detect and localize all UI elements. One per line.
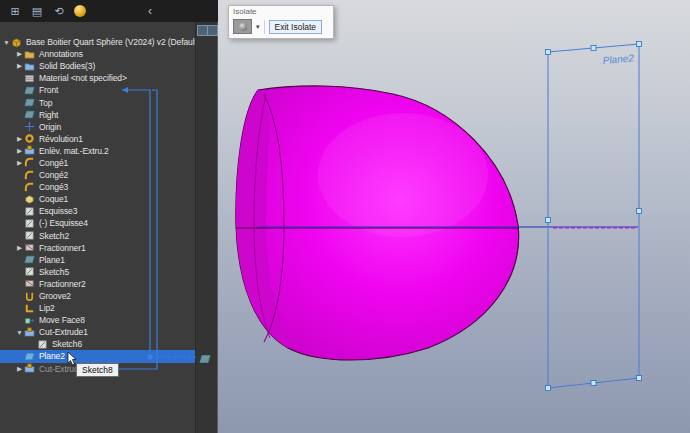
- tree-item-label: Congé2: [39, 170, 68, 180]
- tree-item-label: (-) Esquisse4: [39, 218, 88, 228]
- feature-manager-panel: ⊞ ▤ ⟲ ‹ ▼Base Boitier Quart Sphère (V202…: [0, 0, 218, 433]
- tree-item[interactable]: Congé3: [0, 181, 197, 193]
- tree-item[interactable]: ▼Cut-Extrude1: [0, 326, 197, 338]
- top-toolbar: ⊞ ▤ ⟲ ‹: [0, 0, 218, 22]
- cut-icon: [24, 145, 36, 156]
- tree-item[interactable]: Plane1: [0, 254, 197, 266]
- tree-item[interactable]: Front: [0, 84, 197, 96]
- plane-handles: [546, 42, 642, 391]
- tree-item-label: Sketch2: [39, 231, 69, 241]
- tree-item-label: Move Face8: [39, 315, 85, 325]
- tree-item[interactable]: ▶Fractionner1: [0, 242, 197, 254]
- tree-item[interactable]: ▶Annotations: [0, 48, 197, 60]
- tree-item-label: Cut-Extrude1: [39, 327, 88, 337]
- tree-item[interactable]: Esquisse3: [0, 205, 197, 217]
- dropdown-caret-icon[interactable]: ▾: [256, 23, 260, 31]
- cut-icon: [24, 363, 36, 374]
- tree-item[interactable]: (-) Esquisse4: [0, 217, 197, 229]
- plane-icon: [24, 351, 36, 362]
- tree-item[interactable]: Coque1: [0, 193, 197, 205]
- expand-arrow-icon[interactable]: ▶: [15, 244, 24, 252]
- exit-isolate-button[interactable]: Exit Isolate: [269, 20, 323, 34]
- tree-item-label: Plane1: [39, 255, 65, 265]
- model-scene: Plane2: [218, 0, 690, 433]
- tree-item-label: Sketch5: [39, 267, 69, 277]
- sketch-icon: [24, 230, 36, 241]
- tree-item[interactable]: ▶Révolution1: [0, 133, 197, 145]
- fillet-icon: [24, 157, 36, 168]
- tree-item-label: Fractionner1: [39, 243, 86, 253]
- tree-item-label: Congé1: [39, 158, 68, 168]
- groove-icon: [24, 291, 36, 302]
- tree-item[interactable]: Sketch6: [0, 338, 197, 350]
- tree-item-label: Fractionner2: [39, 279, 86, 289]
- grid-icon[interactable]: ⊞: [8, 4, 22, 18]
- tree-item-label: Base Boitier Quart Sphère (V2024) v2 (De…: [26, 37, 197, 47]
- tree-item-label: Material <not specified>: [39, 73, 127, 83]
- tree-item-label: Esquisse3: [39, 206, 77, 216]
- tree-item[interactable]: ▶Congé1: [0, 157, 197, 169]
- tree-item[interactable]: ▶Enlèv. mat.-Extru.2: [0, 145, 197, 157]
- tree-item-label: Right: [39, 110, 58, 120]
- expand-arrow-icon[interactable]: ▶: [15, 62, 24, 70]
- plane-icon: [24, 97, 36, 108]
- tree-item[interactable]: ▼Base Boitier Quart Sphère (V2024) v2 (D…: [0, 36, 197, 48]
- bodies-icon: [24, 61, 36, 72]
- material-icon: [24, 73, 36, 84]
- sketch-icon: [24, 218, 36, 229]
- gold-sphere-icon[interactable]: [74, 5, 86, 17]
- tree-item[interactable]: ▶Solid Bodies(3): [0, 60, 197, 72]
- tree-item[interactable]: Sketch5: [0, 266, 197, 278]
- tree-item[interactable]: Plane2: [0, 350, 197, 362]
- plane-icon: [24, 85, 36, 96]
- split-icon: [24, 242, 36, 253]
- tree-item[interactable]: Right: [0, 109, 197, 121]
- cut-icon: [24, 327, 36, 338]
- plane-icon: [24, 254, 36, 265]
- isolated-body-thumbnail[interactable]: [233, 19, 252, 34]
- tree-item[interactable]: Top: [0, 96, 197, 108]
- isolate-popup: Isolate ▾ Exit Isolate: [228, 5, 334, 39]
- tree-item[interactable]: Origin: [0, 121, 197, 133]
- tree-item-label: Origin: [39, 122, 61, 132]
- split-icon: [24, 278, 36, 289]
- tree-item-label: Top: [39, 98, 52, 108]
- revolve-icon: [24, 133, 36, 144]
- expand-arrow-icon[interactable]: ▶: [15, 159, 24, 167]
- tree-item-label: Coque1: [39, 194, 68, 204]
- tree-item-label: Congé3: [39, 182, 68, 192]
- tree-item[interactable]: Fractionner2: [0, 278, 197, 290]
- sketch-icon: [37, 339, 49, 350]
- expand-arrow-icon[interactable]: ▼: [2, 39, 11, 46]
- panes-icon[interactable]: ▤: [30, 4, 44, 18]
- plane2-outline: [548, 44, 639, 388]
- collapse-chevron-icon[interactable]: ‹: [148, 4, 152, 18]
- expand-arrow-icon[interactable]: ▶: [15, 135, 24, 143]
- expand-arrow-icon[interactable]: ▶: [15, 365, 24, 373]
- tree-side-strip[interactable]: [195, 22, 217, 433]
- tree-item[interactable]: Material <not specified>: [0, 72, 197, 84]
- plane2-label: Plane2: [602, 52, 634, 66]
- solidworks-window: ⊞ ▤ ⟲ ‹ ▼Base Boitier Quart Sphère (V202…: [0, 0, 690, 433]
- fillet-icon: [24, 170, 36, 181]
- origin-icon: [24, 121, 36, 132]
- tree-item[interactable]: Groove2: [0, 290, 197, 302]
- tree-item[interactable]: Lip2: [0, 302, 197, 314]
- expand-arrow-icon[interactable]: ▶: [15, 50, 24, 58]
- tree-item[interactable]: Congé2: [0, 169, 197, 181]
- isolate-title: Isolate: [229, 6, 333, 16]
- body-thumbnail-icon: [239, 23, 247, 31]
- graphics-viewport[interactable]: Plane2 Isolate ▾ Exit Isolate: [218, 0, 690, 433]
- tree-item-label: Lip2: [39, 303, 55, 313]
- expand-arrow-icon[interactable]: ▶: [15, 147, 24, 155]
- expand-arrow-icon[interactable]: ▼: [15, 329, 24, 336]
- shell-icon: [24, 194, 36, 205]
- filter-pane-icon[interactable]: [207, 25, 218, 36]
- sketch-icon: [24, 206, 36, 217]
- tree-item[interactable]: Sketch2: [0, 230, 197, 242]
- selected-plane-flyout-icon[interactable]: [199, 351, 211, 363]
- orbit-icon[interactable]: ⟲: [52, 4, 66, 18]
- separator: [264, 20, 265, 34]
- moveface-icon: [24, 315, 36, 326]
- tree-item[interactable]: Move Face8: [0, 314, 197, 326]
